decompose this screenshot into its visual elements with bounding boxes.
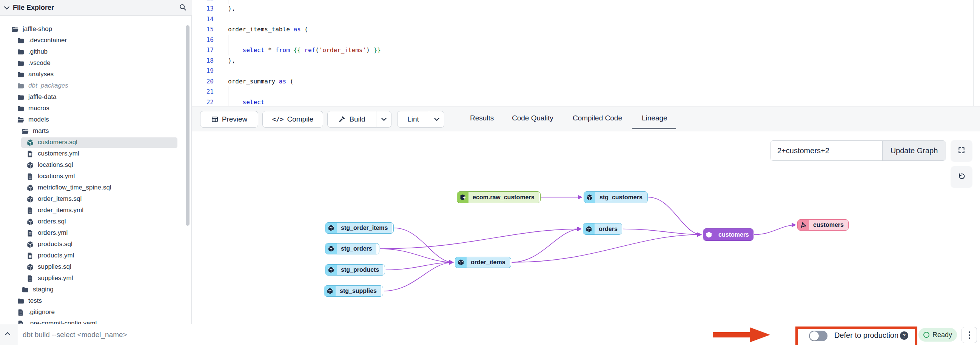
file-name: orders.yml — [38, 229, 68, 237]
file-tree-item-marts[interactable]: marts — [0, 126, 191, 137]
lineage-selector-input[interactable] — [770, 141, 882, 161]
doc-icon — [26, 207, 34, 215]
build-dropdown-button[interactable] — [376, 111, 391, 127]
lint-button[interactable]: Lint — [397, 111, 429, 127]
tab-code-quality[interactable]: Code Quality — [512, 114, 554, 122]
file-tree-item-order-items-sql[interactable]: order_items.sql — [0, 194, 191, 205]
annotation-arrow-head — [750, 327, 770, 342]
dbt-command-input[interactable] — [23, 327, 664, 342]
line-number: 15 — [192, 24, 214, 35]
update-graph-button[interactable]: Update Graph — [882, 141, 946, 161]
file-tree-item-orders-yml[interactable]: orders.yml — [0, 227, 191, 239]
status-badge: Ready — [918, 328, 957, 342]
file-tree-item-macros[interactable]: macros — [0, 103, 191, 114]
lineage-node-stg_customers[interactable]: stg_customers — [584, 191, 648, 203]
node-label: stg_orders — [337, 243, 376, 254]
lineage-node-order_items[interactable]: order_items — [455, 257, 511, 268]
build-button[interactable]: Build — [327, 111, 376, 127]
reset-view-button[interactable] — [951, 166, 972, 188]
tab-lineage[interactable]: Lineage — [642, 114, 667, 122]
overflow-menu-button[interactable] — [961, 327, 977, 343]
file-tree-item--gitignore[interactable]: .gitignore — [0, 307, 191, 318]
file-tree-item-jaffle-shop[interactable]: jaffle-shop — [0, 24, 191, 35]
file-explorer-header: File Explorer — [0, 0, 192, 16]
file-tree: jaffle-shop.devcontainer.github.vscodean… — [0, 16, 191, 324]
code-icon: </> — [272, 116, 284, 123]
lineage-node-ecom_raw_customers[interactable]: ecom.raw_customers — [457, 191, 541, 203]
chevron-down-icon[interactable] — [3, 4, 11, 12]
file-tree-item--pre-commit-config-yaml[interactable]: .pre-commit-config.yaml — [0, 318, 191, 324]
file-name: analyses — [28, 71, 54, 78]
file-tree-item-analyses[interactable]: analyses — [0, 69, 191, 80]
ready-status-icon — [923, 332, 929, 338]
file-name: supplies.yml — [38, 274, 73, 282]
help-icon[interactable]: ? — [900, 331, 908, 340]
line-number: 17 — [192, 45, 214, 56]
lineage-node-stg_orders[interactable]: stg_orders — [325, 243, 379, 254]
file-tree-item-products-sql[interactable]: products.sql — [0, 239, 191, 250]
editor-scrollbar[interactable] — [973, 0, 974, 106]
file-tree-item-dbt-packages[interactable]: dbt_packages — [0, 80, 191, 92]
code-line-20: 20order_summary as ( — [192, 76, 980, 87]
lint-dropdown-button[interactable] — [429, 111, 444, 127]
file-tree-scrollbar[interactable] — [186, 25, 189, 226]
file-name: products.sql — [38, 240, 73, 248]
chevron-down-icon — [380, 116, 388, 123]
model-icon — [26, 184, 34, 192]
lineage-node-customers_exposure[interactable]: customers — [797, 219, 849, 231]
file-tree-item-staging[interactable]: staging — [0, 284, 191, 296]
file-tree-item--devcontainer[interactable]: .devcontainer — [0, 35, 191, 46]
lineage-node-stg_order_items[interactable]: stg_order_items — [325, 222, 394, 234]
lineage-node-stg_supplies[interactable]: stg_supplies — [324, 285, 383, 297]
folder-icon — [17, 71, 24, 78]
button-label: Compile — [287, 115, 314, 123]
model-icon — [584, 192, 595, 203]
folder-icon — [17, 82, 24, 90]
file-tree-item--vscode[interactable]: .vscode — [0, 58, 191, 69]
file-tree-item-jaffle-data[interactable]: jaffle-data — [0, 92, 191, 103]
file-tree-item--github[interactable]: .github — [0, 46, 191, 58]
compile-button[interactable]: </>Compile — [262, 111, 323, 127]
model-icon — [703, 229, 714, 240]
folder-open-icon — [11, 25, 19, 33]
folder-icon — [22, 286, 29, 294]
search-icon[interactable] — [179, 3, 188, 13]
indent-guide — [228, 86, 228, 97]
code-line-13: 13), — [192, 3, 980, 14]
file-tree-item-locations-yml[interactable]: locations.yml — [0, 171, 191, 182]
folder-icon — [17, 48, 24, 56]
node-label: stg_supplies — [336, 286, 381, 296]
doc-icon — [26, 229, 34, 237]
line-number: 22 — [192, 97, 214, 107]
file-tree-item-supplies-sql[interactable]: supplies.sql — [0, 262, 191, 273]
annotation-arrow — [713, 332, 751, 337]
lineage-node-orders[interactable]: orders — [583, 223, 622, 235]
lineage-node-stg_products[interactable]: stg_products — [325, 264, 385, 275]
file-tree-item-order-items-yml[interactable]: order_items.yml — [0, 205, 191, 216]
file-tree-item-tests[interactable]: tests — [0, 296, 191, 307]
node-label: stg_products — [337, 265, 383, 275]
file-tree-item-products-yml[interactable]: products.yml — [0, 250, 191, 262]
chevron-up-icon[interactable] — [4, 330, 14, 340]
tab-compiled-code[interactable]: Compiled Code — [573, 114, 622, 122]
file-tree-item-customers-sql[interactable]: customers.sql — [0, 137, 191, 148]
tab-results[interactable]: Results — [470, 114, 494, 122]
folder-icon — [17, 60, 24, 67]
model-icon — [26, 218, 34, 226]
chevron-down-icon — [433, 116, 441, 123]
file-tree-item-metricflow-time-spine-sql[interactable]: metricflow_time_spine.sql — [0, 182, 191, 194]
defer-to-production-toggle[interactable] — [809, 331, 827, 341]
file-tree-item-locations-sql[interactable]: locations.sql — [0, 160, 191, 171]
file-tree-item-orders-sql[interactable]: orders.sql — [0, 216, 191, 227]
lineage-node-customers[interactable]: customers — [703, 228, 754, 241]
model-icon — [26, 162, 34, 169]
file-tree-item-customers-yml[interactable]: customers.yml — [0, 148, 191, 160]
ready-status-label: Ready — [932, 331, 952, 339]
code-editor[interactable]: 1213),1415order_items_table as (1617 sel… — [192, 0, 980, 106]
preview-button[interactable]: Preview — [200, 111, 258, 127]
file-tree-item-models[interactable]: models — [0, 114, 191, 126]
fullscreen-button[interactable] — [951, 140, 972, 162]
toggle-knob — [810, 331, 819, 340]
file-tree-item-supplies-yml[interactable]: supplies.yml — [0, 273, 191, 284]
line-number: 13 — [192, 3, 214, 14]
